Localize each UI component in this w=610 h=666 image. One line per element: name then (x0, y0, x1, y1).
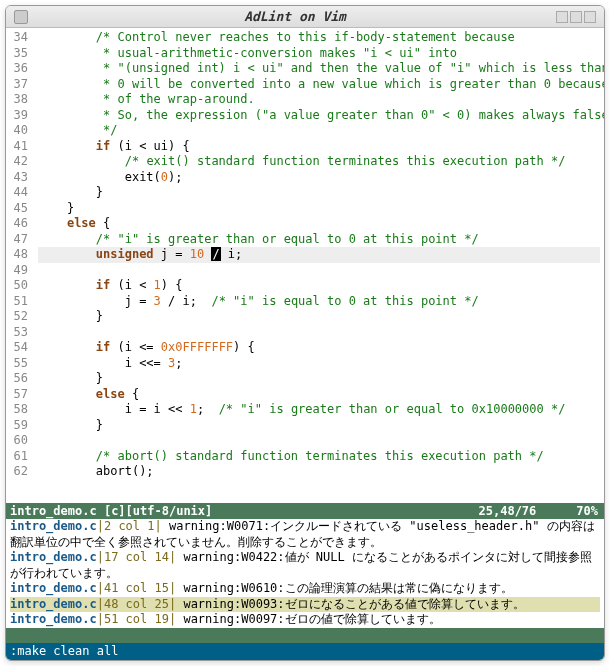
line-number: 60 (6, 433, 28, 449)
line-number: 54 (6, 340, 28, 356)
code-line[interactable]: } (38, 201, 600, 217)
window-title: AdLint on Vim (34, 9, 556, 24)
qf-file: intro_demo.c (10, 550, 97, 564)
line-number: 57 (6, 387, 28, 403)
code-line[interactable]: if (i < 1) { (38, 278, 600, 294)
code-line[interactable]: if (i <= 0x0FFFFFFF) { (38, 340, 600, 356)
line-number: 39 (6, 108, 28, 124)
command-line[interactable]: :make clean all (6, 643, 604, 660)
status-percent: 70% (576, 504, 600, 518)
qf-file: intro_demo.c (10, 519, 97, 533)
code-line[interactable] (38, 263, 600, 279)
line-number: 50 (6, 278, 28, 294)
code-line[interactable]: * So, the expression ("a value greater t… (38, 108, 600, 124)
code-line[interactable]: i <<= 3; (38, 356, 600, 372)
code-area[interactable]: /* Control never reaches to this if-body… (34, 28, 604, 503)
code-line[interactable]: if (i < ui) { (38, 139, 600, 155)
line-number: 59 (6, 418, 28, 434)
line-number: 41 (6, 139, 28, 155)
line-number-gutter: 3435363738394041424344454647484950515253… (6, 28, 34, 503)
quickfix-item[interactable]: intro_demo.c|41 col 15| warning:W0610:この… (10, 581, 600, 597)
quickfix-item[interactable]: intro_demo.c|51 col 19| warning:W0097:ゼロ… (10, 612, 600, 628)
line-number: 37 (6, 77, 28, 93)
code-line[interactable]: * of the wrap-around. (38, 92, 600, 108)
titlebar[interactable]: AdLint on Vim (6, 6, 604, 28)
status-position: 25,48/76 (479, 504, 537, 518)
minimize-button[interactable] (556, 11, 568, 23)
qf-message: warning:W0097:ゼロの値で除算しています。 (176, 612, 440, 626)
code-line[interactable] (38, 433, 600, 449)
code-line[interactable]: } (38, 418, 600, 434)
close-button[interactable] (584, 11, 596, 23)
code-line[interactable]: /* "i" is greater than or equal to 0 at … (38, 232, 600, 248)
qf-file: intro_demo.c (10, 612, 97, 626)
window: AdLint on Vim 34353637383940414243444546… (5, 5, 605, 661)
qf-file: intro_demo.c (10, 581, 97, 595)
code-line[interactable]: j = 3 / i; /* "i" is equal to 0 at this … (38, 294, 600, 310)
qf-location: |51 col 19| (97, 612, 176, 626)
quickfix-item[interactable]: intro_demo.c|48 col 25| warning:W0093:ゼロ… (10, 597, 600, 613)
app-icon (14, 10, 28, 24)
qf-location: |41 col 15| (97, 581, 176, 595)
qf-message: warning:W0093:ゼロになることがある値で除算しています。 (176, 597, 524, 611)
quickfix-item[interactable]: intro_demo.c|17 col 14| warning:W0422:値が… (10, 550, 600, 581)
qf-file: intro_demo.c (10, 597, 97, 611)
line-number: 46 (6, 216, 28, 232)
code-line[interactable]: * "(unsigned int) i < ui" and then the v… (38, 61, 600, 77)
code-line[interactable]: abort(); (38, 464, 600, 480)
code-line[interactable]: } (38, 185, 600, 201)
editor-pane[interactable]: 3435363738394041424344454647484950515253… (6, 28, 604, 503)
line-number: 36 (6, 61, 28, 77)
line-number: 38 (6, 92, 28, 108)
code-line[interactable] (38, 325, 600, 341)
line-number: 40 (6, 123, 28, 139)
maximize-button[interactable] (570, 11, 582, 23)
line-number: 44 (6, 185, 28, 201)
code-line[interactable]: /* exit() standard function terminates t… (38, 154, 600, 170)
code-line[interactable]: exit(0); (38, 170, 600, 186)
line-number: 49 (6, 263, 28, 279)
line-number: 51 (6, 294, 28, 310)
line-number: 61 (6, 449, 28, 465)
window-controls (556, 11, 596, 23)
line-number: 53 (6, 325, 28, 341)
code-line[interactable]: else { (38, 216, 600, 232)
line-number: 56 (6, 371, 28, 387)
code-line[interactable]: else { (38, 387, 600, 403)
line-number: 42 (6, 154, 28, 170)
statusbar: intro_demo.c [c][utf-8/unix] 25,48/76 70… (6, 503, 604, 519)
code-line[interactable]: */ (38, 123, 600, 139)
line-number: 43 (6, 170, 28, 186)
quickfix-window[interactable]: intro_demo.c|2 col 1| warning:W0071:インクル… (6, 519, 604, 628)
line-number: 55 (6, 356, 28, 372)
line-number: 62 (6, 464, 28, 480)
line-number: 52 (6, 309, 28, 325)
line-number: 47 (6, 232, 28, 248)
qf-location: |17 col 14| (97, 550, 176, 564)
line-number: 58 (6, 402, 28, 418)
qf-location: |48 col 25| (97, 597, 176, 611)
line-number: 48 (6, 247, 28, 263)
status-file: intro_demo.c [c][utf-8/unix] (10, 504, 479, 518)
code-line[interactable]: /* Control never reaches to this if-body… (38, 30, 600, 46)
quickfix-item[interactable]: intro_demo.c|2 col 1| warning:W0071:インクル… (10, 519, 600, 550)
code-line[interactable]: } (38, 309, 600, 325)
line-number: 35 (6, 46, 28, 62)
code-line[interactable]: * usual-arithmetic-conversion makes "i <… (38, 46, 600, 62)
line-number: 45 (6, 201, 28, 217)
code-line[interactable]: * 0 will be converted into a new value w… (38, 77, 600, 93)
code-line[interactable]: unsigned j = 10 / i; (38, 247, 600, 263)
qf-message: warning:W0610:この論理演算の結果は常に偽になります。 (176, 581, 512, 595)
line-number: 34 (6, 30, 28, 46)
code-line[interactable]: /* abort() standard function terminates … (38, 449, 600, 465)
quickfix-statusbar (6, 628, 604, 644)
code-line[interactable]: } (38, 371, 600, 387)
code-line[interactable]: i = i << 1; /* "i" is greater than or eq… (38, 402, 600, 418)
qf-location: |2 col 1| (97, 519, 162, 533)
